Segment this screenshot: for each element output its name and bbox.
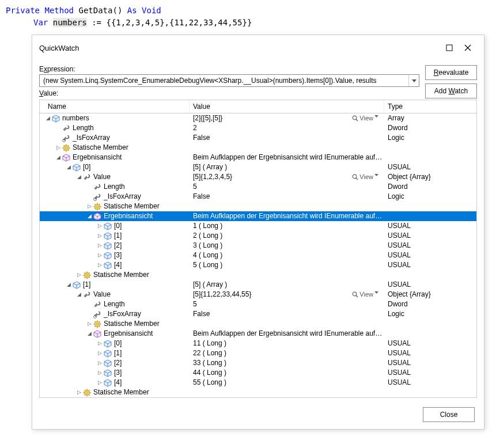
code-rest: := {{1,2,3,4,5},{11,22,33,44,55}} [87, 18, 252, 27]
keyword: Method [44, 6, 74, 15]
keyword: As [127, 6, 137, 15]
code-editor: Private Method GetData() As Void Var num… [0, 0, 496, 33]
method-name: GetData() [78, 6, 122, 15]
keyword: Var [33, 18, 48, 27]
keyword: Void [142, 6, 161, 15]
variable-name: numbers [53, 18, 87, 27]
keyword: Private [6, 6, 40, 15]
